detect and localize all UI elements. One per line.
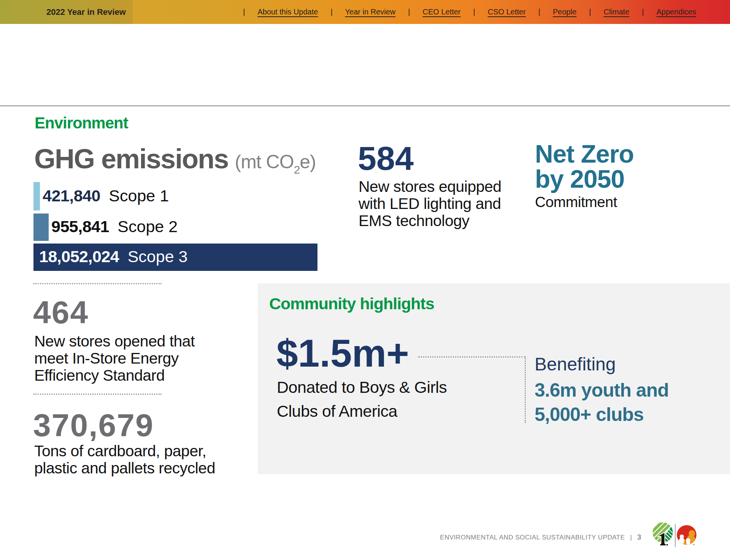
nav-separator: | [461,8,488,16]
family-dollar-logo [676,525,698,551]
scope1-label: Scope 1 [104,186,169,204]
scope1-value: 421,840 [43,186,100,204]
text-line: meet In-Store Energy [34,350,195,367]
nav-link-ceo-letter[interactable]: CEO Letter [422,8,460,16]
logo-separator-line [675,524,676,547]
scope1-category-label: Scope 1 [109,186,169,204]
nav-link-year-in-review[interactable]: Year in Review [345,8,396,16]
text-line: Clubs of America [277,399,447,423]
text-line: Efficiency Standard [34,367,195,384]
stat-464-value: 464 [33,296,89,328]
nav-separator: | [318,8,345,16]
scope2-bar [33,214,49,241]
scope2-value: 955,841 [51,217,109,236]
tab-label: 2022 Year in Review [46,0,126,24]
scope2-category-label: Scope 2 [117,217,178,236]
stat-370679-description: Tons of cardboard, paper, plastic and pa… [34,443,215,477]
stat-584-description: New stores equipped with LED lighting an… [359,178,501,229]
scope3-bar-text: 18,052,024 Scope 3 [39,247,187,266]
horizontal-divider [0,105,730,106]
text-line: plastic and pallets recycled [34,460,215,477]
dollar-tree-logo [652,522,674,548]
ghg-unit-subscript: 2 [294,163,300,176]
ghg-title-text: GHG emissions [34,144,228,174]
page-number: 3 [637,533,641,541]
net-zero-line2: by 2050 [535,166,634,191]
text-line: Donated to Boys & Girls [277,375,447,399]
net-zero-heading: Net Zero by 2050 [535,141,634,191]
text-line: EMS technology [359,212,501,229]
text-line: 5,000+ clubs [535,402,669,427]
text-line: 3.6m youth and [535,378,669,402]
nav-link-appendices[interactable]: Appendices [656,8,696,16]
nav-separator: | [526,8,553,16]
donation-value: $1.5m+ [276,334,409,373]
donation-description: Donated to Boys & Girls Clubs of America [277,375,447,423]
net-zero-line1: Net Zero [535,141,634,166]
nav-separator: | [395,8,422,16]
scope2-label: Scope 2 [113,217,178,236]
net-zero-subtext: Commitment [535,194,617,210]
footer: ENVIRONMENTAL AND SOCIAL SUSTAINABILITY … [440,533,641,541]
nav-separator: | [576,8,603,16]
year-in-review-tab: 2022 Year in Review [0,0,133,24]
dotted-connector-horizontal [418,356,525,358]
stat-464-description: New stores opened that meet In-Store Ene… [34,333,195,384]
ghg-unit: (mt CO2e) [230,151,316,172]
environment-section-heading: Environment [35,114,128,132]
dotted-separator-1 [33,283,162,284]
stat-584-value: 584 [358,142,414,175]
benefiting-label: Benefiting [535,353,616,375]
scope2-bar-text: 955,841 Scope 2 [51,217,178,236]
scope3-value: 18,052,024 [39,247,119,266]
text-line: New stores opened that [34,333,195,350]
text-line: with LED lighting and [359,195,501,212]
footer-separator: | [625,534,637,541]
nav-link-climate[interactable]: Climate [603,8,629,16]
scope3-label: Scope 3 [123,247,188,266]
top-gradient-bar: 2022 Year in Review | About this Update … [0,0,730,24]
scope1-bar-text: 421,840 Scope 1 [43,186,169,205]
text-line: Tons of cardboard, paper, [34,443,215,460]
stat-370679-value: 370,679 [33,409,154,441]
footer-title: ENVIRONMENTAL AND SOCIAL SUSTAINABILITY … [440,534,625,541]
benefiting-description: 3.6m youth and 5,000+ clubs [535,378,669,427]
report-page: 2022 Year in Review | About this Update … [0,0,730,560]
top-navigation: | About this Update | Year in Review | C… [243,0,696,24]
nav-link-cso-letter[interactable]: CSO Letter [488,8,526,16]
scope3-category-label: Scope 3 [128,247,188,266]
scope1-bar [33,182,40,210]
ghg-emissions-title: GHG emissions (mt CO2e) [34,145,316,176]
ghg-unit-prefix: (mt CO [235,151,294,172]
nav-separator: | [629,8,656,16]
nav-link-about-this-update[interactable]: About this Update [257,8,318,16]
dotted-separator-2 [33,394,162,395]
text-line: New stores equipped [359,178,501,195]
dotted-connector-vertical [525,356,526,423]
community-highlights-heading: Community highlights [269,294,434,314]
ghg-unit-suffix: e) [300,151,316,172]
nav-link-people[interactable]: People [553,8,576,16]
nav-separator: | [243,8,257,16]
